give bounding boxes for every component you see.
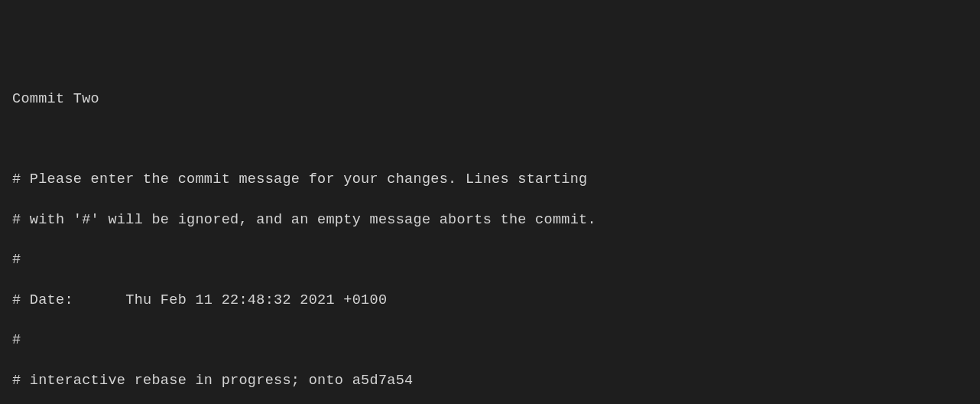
comment-line[interactable]: # Date: Thu Feb 11 22:48:32 2021 +0100	[12, 291, 968, 311]
blank-line[interactable]	[12, 130, 968, 150]
comment-line[interactable]: # Please enter the commit message for yo…	[12, 170, 968, 190]
comment-line[interactable]: # interactive rebase in progress; onto a…	[12, 371, 968, 391]
commit-message-line[interactable]: Commit Two	[12, 90, 968, 109]
comment-line[interactable]: #	[12, 331, 968, 350]
comment-line[interactable]: #	[12, 250, 968, 270]
comment-line[interactable]: # with '#' will be ignored, and an empty…	[12, 210, 968, 230]
